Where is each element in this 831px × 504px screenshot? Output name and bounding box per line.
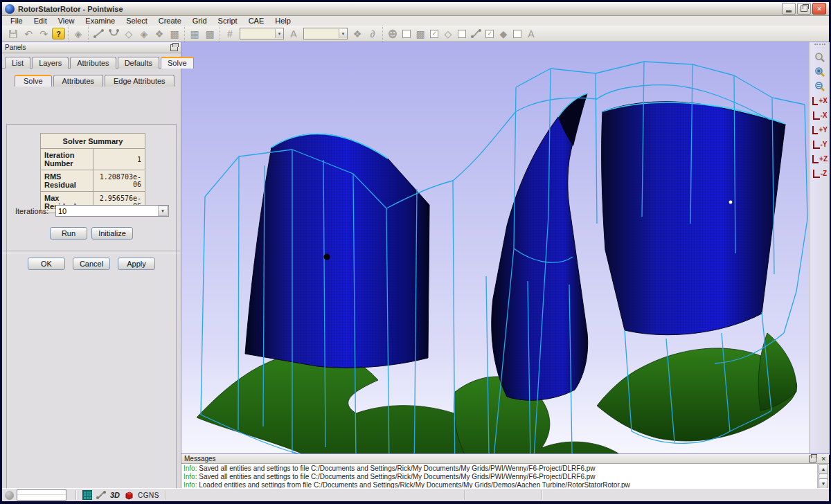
selected-point	[324, 254, 330, 260]
connector-display-checkbox[interactable]: ✓	[485, 30, 494, 38]
subtab-attributes[interactable]: Attributes	[53, 75, 103, 87]
app-icon	[5, 4, 15, 14]
messages-float-icon[interactable]	[809, 456, 816, 462]
undo-icon[interactable]: ↶	[21, 27, 35, 40]
help-icon[interactable]: ?	[52, 28, 65, 39]
messages-close-icon[interactable]: ✕	[821, 456, 826, 462]
domain-display-icon[interactable]: ◇	[441, 27, 455, 40]
tab-list[interactable]: List	[5, 57, 30, 69]
save-icon[interactable]	[6, 27, 20, 40]
spacing-combo-arrow-icon[interactable]: ▾	[339, 29, 347, 38]
toolbar-drag-handle[interactable]	[814, 44, 825, 48]
close-button[interactable]: ✕	[812, 3, 826, 15]
menu-select[interactable]: Select	[120, 16, 153, 26]
iterations-combo[interactable]: ▾	[55, 205, 169, 217]
cae-cube-icon	[124, 490, 134, 500]
menu-grid[interactable]: Grid	[187, 16, 213, 26]
menu-edit[interactable]: Edit	[28, 16, 53, 26]
iterations-input[interactable]	[56, 206, 158, 216]
dimension-combo-arrow-icon[interactable]: ▾	[275, 29, 283, 38]
tab-defaults[interactable]: Defaults	[118, 57, 159, 69]
block-display-icon[interactable]: ▩	[413, 27, 427, 40]
view-plus-z-button[interactable]: +Z	[812, 152, 828, 165]
iterations-label: Iterations:	[15, 207, 55, 215]
menu-help[interactable]: Help	[269, 16, 296, 26]
create-domain-icon[interactable]: ◇	[122, 27, 136, 40]
scroll-up-icon[interactable]: ▲	[819, 464, 828, 474]
toolbar-group-file: ↶ ↷ ?	[3, 26, 68, 42]
domain-display-checkbox[interactable]	[458, 30, 466, 38]
redo-icon[interactable]: ↷	[37, 27, 51, 40]
dimension-combo[interactable]: ▾	[240, 28, 284, 39]
menu-examine[interactable]: Examine	[80, 16, 120, 26]
create-surface-icon[interactable]: ❖	[152, 27, 166, 40]
scroll-down-icon[interactable]: ▼	[819, 478, 828, 489]
create-connector-icon[interactable]	[91, 27, 105, 40]
toolbar-group-display: ▩ ✓ ◇ ✓ ◆ A	[382, 26, 541, 42]
messages-scrollbar[interactable]: ▲ ▼	[817, 464, 829, 489]
view-plus-x-button[interactable]: +X	[812, 94, 828, 107]
layers-icon[interactable]: ◈	[71, 27, 85, 40]
partial-derivative-icon[interactable]: ∂	[366, 27, 379, 40]
distribute-icon[interactable]: ❖	[350, 27, 364, 40]
block-display-checkbox[interactable]: ✓	[430, 30, 438, 38]
database-display-icon[interactable]: ◆	[497, 27, 510, 40]
zoom-extents-icon[interactable]	[812, 80, 828, 93]
minimize-button[interactable]	[782, 3, 796, 15]
messages-log[interactable]: Info: Saved all entities and settings to…	[181, 464, 817, 489]
messages-header[interactable]: Messages ✕	[181, 454, 829, 464]
panel-tabs: List Layers Attributes Defaults Solve	[5, 55, 181, 68]
view-plus-y-button[interactable]: +Y	[812, 123, 828, 136]
spacing-input[interactable]	[304, 29, 339, 39]
log-line: Info: Saved all entities and settings to…	[184, 473, 815, 481]
toolbar-group-layer: ◈	[68, 26, 88, 42]
create-block-icon[interactable]: ▩	[168, 27, 181, 40]
title-bar[interactable]: RotorStatorRotor - Pointwise ✕	[2, 2, 829, 16]
zoom-icon[interactable]	[812, 51, 828, 64]
tab-layers[interactable]: Layers	[32, 57, 69, 69]
tab-attributes[interactable]: Attributes	[70, 57, 116, 69]
axis-icon	[812, 155, 819, 163]
dimension-icon[interactable]: #	[223, 27, 237, 40]
menu-create[interactable]: Create	[153, 16, 187, 26]
apply-button[interactable]: Apply	[118, 258, 155, 270]
view-minus-x-button[interactable]: -X	[812, 109, 828, 122]
create-structured-domain-icon[interactable]: ◈	[137, 27, 151, 40]
unstructured-grid-icon[interactable]: ▩	[203, 27, 217, 40]
menu-file[interactable]: File	[5, 16, 28, 26]
mask-checkbox[interactable]	[402, 30, 411, 38]
iterations-combo-arrow-icon[interactable]: ▾	[158, 206, 168, 216]
spacing-display-icon[interactable]: A	[524, 27, 538, 40]
log-line: Info: Saved all entities and settings to…	[184, 465, 815, 473]
menu-bar: File Edit View Examine Select Create Gri…	[2, 16, 829, 26]
connector-display-icon[interactable]	[469, 27, 483, 40]
viewport-3d[interactable]	[181, 42, 809, 453]
cancel-button[interactable]: Cancel	[73, 258, 110, 270]
structured-grid-icon[interactable]: ▦	[188, 27, 202, 40]
menu-script[interactable]: Script	[213, 16, 243, 26]
mask-icon[interactable]	[386, 27, 400, 40]
create-curve-icon[interactable]	[107, 27, 120, 40]
messages-title: Messages	[184, 455, 216, 462]
ok-button[interactable]: OK	[28, 258, 65, 270]
panel-separator	[3, 251, 180, 253]
run-button[interactable]: Run	[50, 227, 87, 240]
toolbar-group-dimension: # ▾ A ▾ ❖ ∂	[220, 26, 382, 42]
restore-button[interactable]	[797, 3, 811, 15]
tab-solve[interactable]: Solve	[161, 57, 194, 69]
spacing-icon[interactable]: A	[287, 27, 301, 40]
view-minus-z-button[interactable]: -Z	[812, 167, 828, 180]
subtab-solve[interactable]: Solve	[15, 75, 52, 87]
menu-cae[interactable]: CAE	[243, 16, 270, 26]
dimension-input[interactable]	[240, 29, 275, 39]
menu-view[interactable]: View	[53, 16, 80, 26]
database-display-checkbox[interactable]	[513, 30, 521, 38]
subtab-edge-attributes[interactable]: Edge Attributes	[105, 75, 175, 87]
initialize-button[interactable]: Initialize	[91, 227, 133, 240]
panels-title: Panels	[5, 44, 26, 51]
zoom-box-icon[interactable]	[812, 65, 828, 79]
spacing-combo[interactable]: ▾	[303, 28, 348, 39]
panels-float-icon[interactable]	[170, 44, 178, 51]
view-minus-y-button[interactable]: -Y	[812, 138, 828, 151]
panels-header[interactable]: Panels	[2, 42, 181, 53]
